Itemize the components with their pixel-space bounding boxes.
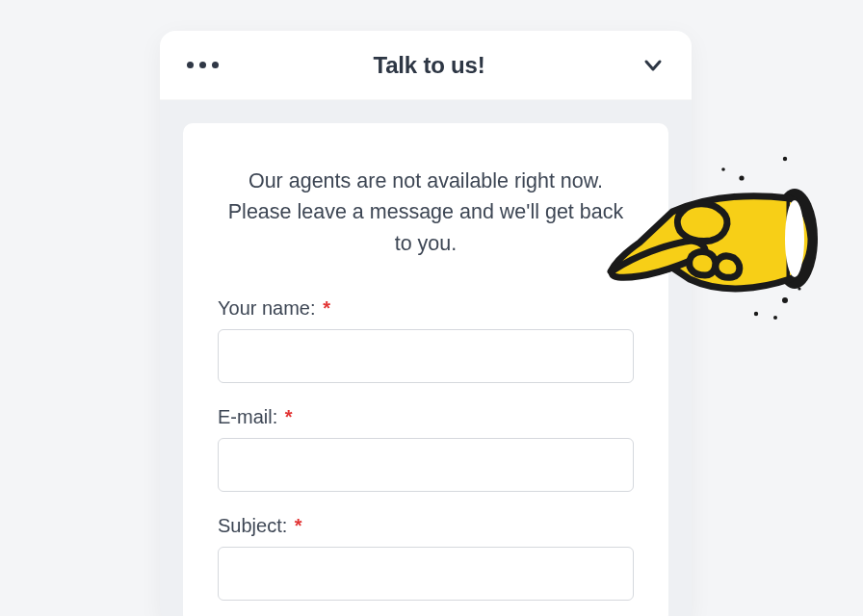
name-label: Your name: * [218,297,634,320]
subject-label: Subject: * [218,515,634,537]
widget-title: Talk to us! [373,52,484,79]
svg-point-5 [773,316,777,320]
svg-point-0 [783,157,787,161]
svg-point-1 [739,175,744,180]
svg-point-2 [721,167,725,171]
subject-field: Subject: * [218,515,634,601]
required-mark: * [323,297,330,319]
minimize-button[interactable] [640,52,667,79]
email-field: E-mail: * [218,406,634,492]
name-input[interactable] [218,329,634,383]
email-input[interactable] [218,438,634,492]
email-label-text: E-mail: [218,406,277,427]
name-label-text: Your name: [218,297,316,319]
more-options-icon[interactable] [187,62,219,68]
required-mark: * [295,515,302,536]
svg-point-3 [754,312,758,316]
subject-label-text: Subject: [218,515,287,536]
svg-point-7 [771,189,818,289]
offline-form-card: Our agents are not available right now. … [183,123,668,616]
chat-widget: Talk to us! Our agents are not available… [160,31,692,616]
name-field: Your name: * [218,297,634,383]
svg-point-4 [782,297,788,303]
offline-message: Our agents are not available right now. … [218,166,634,259]
subject-input[interactable] [218,547,634,601]
svg-point-6 [798,287,800,290]
email-label: E-mail: * [218,406,634,428]
required-mark: * [285,406,293,427]
svg-point-8 [785,200,804,277]
widget-header: Talk to us! [160,31,692,100]
chevron-down-icon [641,54,665,77]
